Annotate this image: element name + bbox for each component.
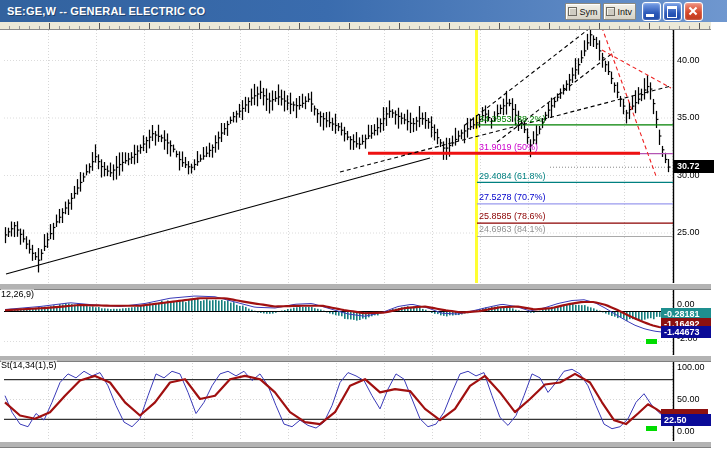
stoch-k-badge: 22.50	[661, 414, 711, 426]
fib-label-78: 25.8585 (78.6%)	[479, 211, 546, 221]
titlebar-buttons: Sym Intv	[565, 2, 703, 21]
close-button[interactable]	[684, 2, 703, 21]
time-ruler	[0, 22, 711, 30]
chart-window: SE:GE,W -- GENERAL ELECTRIC CO Sym Intv	[0, 0, 727, 453]
macd-green-marker	[646, 339, 657, 344]
interval-button-icon	[606, 7, 615, 16]
chart-canvas[interactable]	[0, 0, 727, 453]
maximize-icon	[667, 6, 677, 18]
price-axis-tick: 35.00	[677, 113, 700, 122]
minimize-button[interactable]	[642, 2, 661, 21]
stoch-params-label: St(14,34(1),5)	[1, 360, 57, 370]
panel-splitter[interactable]	[0, 283, 711, 290]
macd-line-badge: -1.44673	[661, 326, 711, 338]
last-price-badge: 30.72	[674, 160, 714, 173]
macd-params-label: 12,26,9)	[1, 289, 34, 299]
window-title: SE:GE,W -- GENERAL ELECTRIC CO	[0, 5, 205, 17]
stoch-axis-tick: 100.00	[677, 363, 705, 372]
fib-label-84: 24.6963 (84.1%)	[479, 224, 546, 234]
price-axis-tick: 25.00	[677, 228, 700, 237]
stoch-axis-tick: 50.00	[677, 395, 700, 404]
interval-button[interactable]: Intv	[603, 3, 636, 20]
fib-label-61: 29.4084 (61.8%)	[479, 171, 546, 181]
price-axis-tick: 40.00	[677, 56, 700, 65]
panel-splitter[interactable]	[0, 355, 711, 362]
symbol-button-label: Sym	[579, 7, 597, 17]
panel-splitter[interactable]	[0, 441, 711, 448]
stoch-green-marker	[646, 426, 657, 431]
interval-button-label: Intv	[617, 7, 632, 17]
fib-label-50: 31.9019 (50%)	[479, 142, 538, 152]
maximize-button[interactable]	[663, 2, 682, 21]
minimize-icon	[646, 14, 654, 17]
symbol-button-icon	[568, 7, 577, 16]
fib-label-70: 27.5278 (70.7%)	[479, 192, 546, 202]
title-bar[interactable]: SE:GE,W -- GENERAL ELECTRIC CO Sym Intv	[0, 0, 727, 22]
symbol-button[interactable]: Sym	[565, 3, 601, 20]
stoch-axis-tick: 0.00	[677, 427, 695, 436]
fib-label-38: 34.3953 (38.2%)	[479, 114, 546, 124]
